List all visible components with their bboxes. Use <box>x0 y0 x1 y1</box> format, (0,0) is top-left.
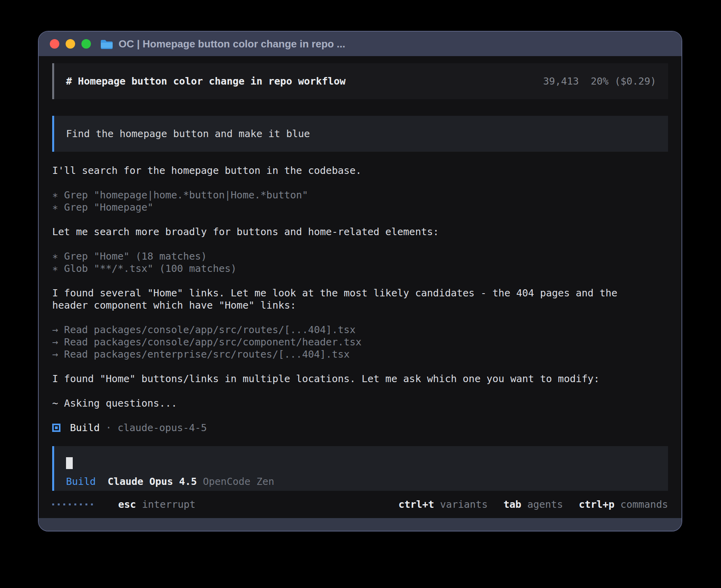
interrupt-key: esc <box>118 499 136 510</box>
context-percent: 20% <box>591 75 608 87</box>
arrow-icon: → <box>52 348 58 360</box>
file-read-group: →Read packages/console/app/src/routes/[.… <box>52 324 668 360</box>
assistant-message-line: Let me search more broadly for buttons a… <box>52 226 668 238</box>
tool-call-text: Grep "Home" (18 matches) <box>64 251 207 262</box>
separator-dot: · <box>106 422 111 434</box>
model-id: claude-opus-4-5 <box>117 422 207 434</box>
token-count: 39,413 <box>543 75 579 87</box>
hint-label: commands <box>621 499 668 510</box>
assistant-message: I found several "Home" links. Let me loo… <box>52 287 668 311</box>
hint-variants: ctrl+tvariants <box>398 499 488 510</box>
tool-bullet-icon: ∗ <box>52 250 58 262</box>
prompt-input[interactable]: BuildClaude Opus 4.5OpenCode Zen <box>52 446 668 491</box>
hint-label: variants <box>440 499 487 510</box>
agent-name: Build <box>70 422 100 434</box>
window-title: OC | Homepage button color change in rep… <box>119 38 345 50</box>
arrow-icon: → <box>52 336 58 348</box>
hint-label: agents <box>527 499 563 510</box>
assistant-message-line: header component which have "Home" links… <box>52 299 668 311</box>
assistant-message: I'll search for the homepage button in t… <box>52 164 668 177</box>
text-cursor <box>66 457 73 469</box>
interrupt-label: interrupt <box>142 499 195 510</box>
tool-call-line: ∗Grep "Homepage" <box>52 201 668 213</box>
input-agent-label: Build <box>66 476 96 487</box>
file-read-line: →Read packages/enterprise/src/routes/[..… <box>52 348 668 360</box>
tool-call-text: Grep "homepage|home.*button|Home.*button… <box>64 189 308 201</box>
tool-call-line: ∗Grep "Home" (18 matches) <box>52 250 668 262</box>
file-read-text: Read packages/console/app/src/component/… <box>64 336 362 348</box>
tool-call-group: ∗Grep "Home" (18 matches) ∗Glob "**/*.ts… <box>52 250 668 275</box>
arrow-icon: → <box>52 324 58 336</box>
asking-status-text: ~ Asking questions... <box>52 397 668 409</box>
hint-key: ctrl+p <box>579 499 614 510</box>
hint-key: tab <box>504 499 521 510</box>
tool-bullet-icon: ∗ <box>52 262 58 275</box>
tool-call-text: Glob "**/*.tsx" (100 matches) <box>64 263 237 274</box>
close-button[interactable] <box>50 39 59 49</box>
title-bar: OC | Homepage button color change in rep… <box>39 32 681 56</box>
assistant-message: Let me search more broadly for buttons a… <box>52 226 668 238</box>
window-bottom-strip <box>39 518 681 531</box>
file-read-line: →Read packages/console/app/src/routes/[.… <box>52 324 668 336</box>
traffic-lights <box>50 39 91 49</box>
input-cursor-row <box>66 456 656 469</box>
tool-call-group: ∗Grep "homepage|home.*button|Home.*butto… <box>52 189 668 213</box>
status-left: escinterrupt <box>52 499 196 510</box>
input-provider-label: OpenCode Zen <box>203 476 274 487</box>
terminal-window: OC | Homepage button color change in rep… <box>38 31 682 531</box>
user-message: Find the homepage button and make it blu… <box>52 116 668 152</box>
input-model-label: Claude Opus 4.5 <box>108 476 197 487</box>
tool-call-text: Grep "Homepage" <box>64 202 153 213</box>
agent-task-line: Build · claude-opus-4-5 <box>52 422 668 434</box>
user-message-text: Find the homepage button and make it blu… <box>66 128 310 139</box>
hint-commands: ctrl+pcommands <box>579 499 668 510</box>
file-read-text: Read packages/enterprise/src/routes/[...… <box>64 349 349 360</box>
file-read-line: →Read packages/console/app/src/component… <box>52 336 668 348</box>
session-title: # Homepage button color change in repo w… <box>66 75 345 87</box>
session-cost: ($0.29) <box>615 75 656 87</box>
tool-bullet-icon: ∗ <box>52 201 58 213</box>
input-model-line: BuildClaude Opus 4.5OpenCode Zen <box>66 475 656 488</box>
agent-task-icon <box>52 424 60 432</box>
tool-bullet-icon: ∗ <box>52 189 58 201</box>
spinner-dots-icon <box>52 503 93 505</box>
session-stats: 39,41320%($0.29) <box>543 75 656 87</box>
assistant-message: I found "Home" buttons/links in multiple… <box>52 373 668 385</box>
folder-icon <box>100 39 113 49</box>
terminal-content: # Homepage button color change in repo w… <box>39 56 681 491</box>
assistant-message-line: I found several "Home" links. Let me loo… <box>52 287 668 299</box>
zoom-button[interactable] <box>81 39 91 49</box>
hint-agents: tabagents <box>504 499 563 510</box>
asking-status: ~ Asking questions... <box>52 397 668 409</box>
minimize-button[interactable] <box>66 39 75 49</box>
hint-key: ctrl+t <box>398 499 434 510</box>
interrupt-hint: escinterrupt <box>118 499 196 510</box>
assistant-message-line: I found "Home" buttons/links in multiple… <box>52 373 668 385</box>
status-right: ctrl+tvariants tabagents ctrl+pcommands <box>398 499 668 510</box>
tool-call-line: ∗Grep "homepage|home.*button|Home.*butto… <box>52 189 668 201</box>
file-read-text: Read packages/console/app/src/routes/[..… <box>64 324 356 335</box>
assistant-message-line: I'll search for the homepage button in t… <box>52 164 668 177</box>
status-bar: escinterrupt ctrl+tvariants tabagents ct… <box>39 491 681 518</box>
session-header: # Homepage button color change in repo w… <box>52 63 668 99</box>
tool-call-line: ∗Glob "**/*.tsx" (100 matches) <box>52 262 668 275</box>
